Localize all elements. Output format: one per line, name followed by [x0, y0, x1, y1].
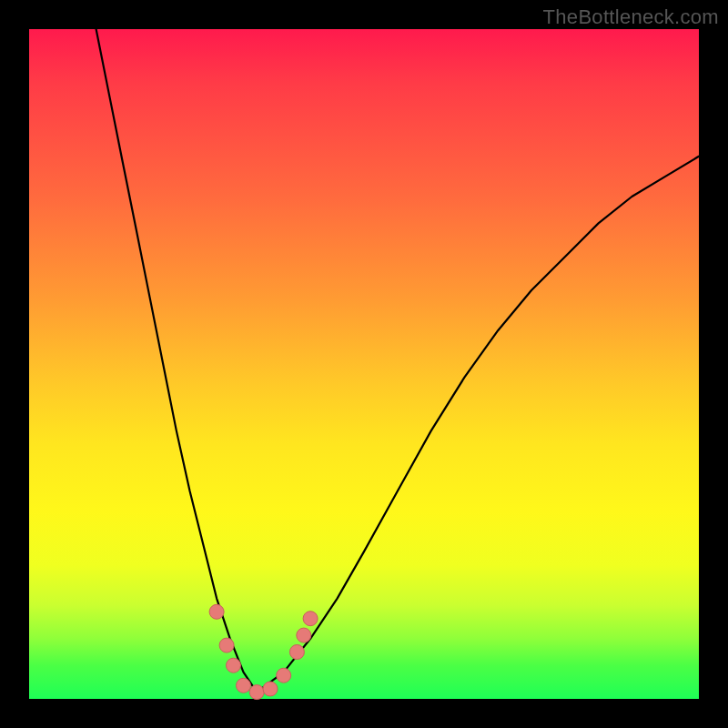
valley-marker [237, 678, 251, 693]
valley-marker [249, 685, 264, 700]
curve-layer [96, 29, 699, 693]
watermark-text: TheBottleneck.com [543, 5, 719, 29]
curve-right-branch [257, 157, 699, 693]
valley-marker [289, 645, 304, 660]
chart-svg [29, 29, 699, 699]
valley-marker [303, 612, 318, 626]
valley-marker [227, 658, 241, 672]
plot-area [29, 29, 699, 699]
valley-marker [297, 628, 311, 642]
valley-marker [277, 668, 291, 682]
marker-layer [209, 604, 318, 699]
chart-frame: TheBottleneck.com [0, 0, 728, 728]
valley-marker [209, 604, 224, 619]
curve-left-branch [96, 29, 258, 693]
valley-marker [219, 638, 234, 652]
valley-marker [263, 682, 278, 696]
